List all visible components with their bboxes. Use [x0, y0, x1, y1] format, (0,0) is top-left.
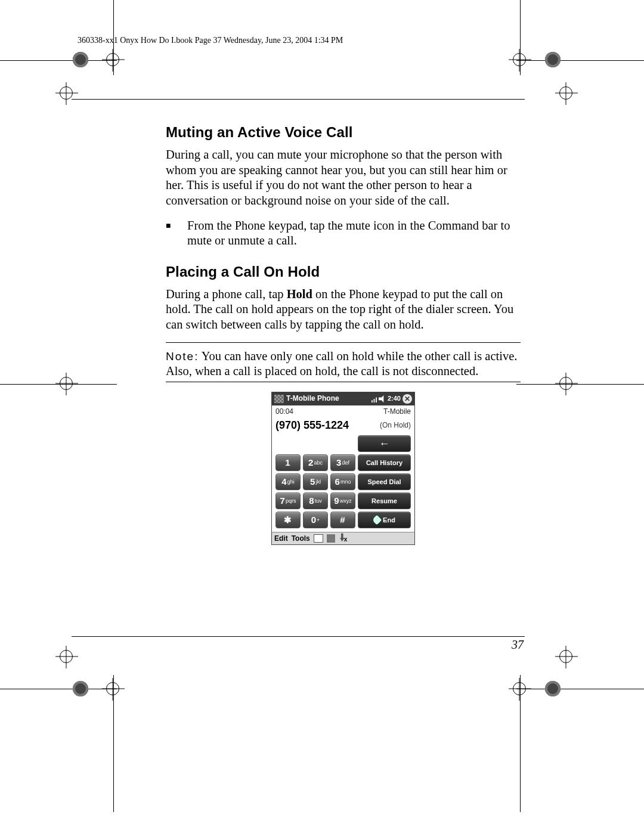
keypad-star[interactable]: ✱	[275, 512, 301, 528]
registration-mark	[559, 377, 572, 390]
end-call-button[interactable]: End	[358, 512, 411, 528]
speaker-icon	[379, 395, 386, 402]
registration-mark	[559, 86, 572, 100]
registration-mark	[545, 681, 561, 696]
crop-mark	[113, 675, 114, 812]
registration-mark	[513, 682, 526, 695]
speed-dial-button[interactable]: Speed Dial	[358, 473, 411, 490]
crop-mark	[516, 689, 644, 689]
call-status[interactable]: (On Hold)	[380, 421, 411, 430]
keypad-6[interactable]: 6mno	[330, 473, 355, 490]
section-title-muting: Muting an Active Voice Call	[166, 123, 521, 141]
arrow-left-icon: ←	[379, 437, 390, 451]
crop-mark	[520, 675, 521, 812]
crop-mark	[0, 689, 117, 689]
bold-text: Hold	[287, 287, 312, 301]
keypad-7[interactable]: 7pqrs	[275, 493, 301, 509]
keypad-9[interactable]: 9wxyz	[330, 493, 355, 509]
app-title: T-Mobile Phone	[286, 394, 370, 403]
note-body: You can have only one call on hold while…	[166, 349, 517, 378]
registration-mark	[73, 681, 88, 696]
note-label: Note:	[166, 350, 199, 363]
keypad-3[interactable]: 3def	[330, 454, 355, 471]
mute-icon[interactable]: x	[339, 533, 348, 544]
call-history-button[interactable]: Call History	[358, 454, 411, 471]
phone-icon	[372, 515, 382, 525]
phone-number: (970) 555-1224	[275, 419, 349, 432]
section-paragraph: During a call, you can mute your microph…	[166, 147, 521, 209]
note-rule-bottom	[166, 382, 521, 382]
running-head: 360338-xx1 Onyx How Do I.book Page 37 We…	[78, 36, 525, 45]
page-number: 37	[72, 638, 524, 652]
call-duration: 00:04	[275, 407, 293, 416]
phone-titlebar: T-Mobile Phone 2:40 ✕	[272, 392, 414, 405]
bullet-text: From the Phone keypad, tap the mute icon…	[187, 218, 521, 249]
edit-menu[interactable]: Edit	[274, 534, 288, 543]
footer-rule	[72, 636, 525, 637]
phone-screenshot: T-Mobile Phone 2:40 ✕ 00:04 T-Mobile (97…	[271, 392, 415, 546]
clock: 2:40	[388, 395, 401, 403]
signal-icon	[370, 395, 377, 402]
section-paragraph: During a phone call, tap Hold on the Pho…	[166, 287, 521, 333]
keypad-8[interactable]: 8tuv	[303, 493, 328, 509]
backspace-button[interactable]: ←	[358, 435, 411, 452]
bullet-marker: ■	[166, 218, 187, 249]
text: During a phone call, tap	[166, 287, 287, 301]
start-icon[interactable]	[274, 395, 284, 403]
resume-button[interactable]: Resume	[358, 493, 411, 509]
keypad-hash[interactable]: #	[330, 512, 355, 528]
header-rule	[72, 99, 525, 100]
registration-mark	[60, 86, 73, 100]
tools-menu[interactable]: Tools	[292, 534, 310, 543]
keypad-5[interactable]: 5jkl	[303, 473, 328, 490]
registration-mark	[545, 52, 561, 67]
keypad-4[interactable]: 4ghi	[275, 473, 301, 490]
registration-mark	[60, 377, 73, 390]
keypad-0[interactable]: 0+	[303, 512, 328, 528]
note-paragraph: Note: You can have only one call on hold…	[166, 349, 521, 379]
command-bar: Edit Tools x	[272, 532, 414, 544]
registration-mark	[106, 682, 119, 695]
close-icon[interactable]: ✕	[402, 394, 412, 404]
keypad-2[interactable]: 2abc	[303, 454, 328, 471]
note-rule-top	[166, 342, 521, 343]
crop-mark	[516, 60, 644, 61]
registration-mark	[559, 650, 572, 663]
keypad-1[interactable]: 1	[275, 454, 301, 471]
contacts-icon[interactable]	[327, 534, 335, 543]
crop-mark	[516, 384, 644, 385]
carrier-label: T-Mobile	[383, 407, 411, 416]
notes-icon[interactable]	[314, 534, 323, 543]
section-title-hold: Placing a Call On Hold	[166, 263, 521, 281]
registration-mark	[60, 650, 73, 663]
